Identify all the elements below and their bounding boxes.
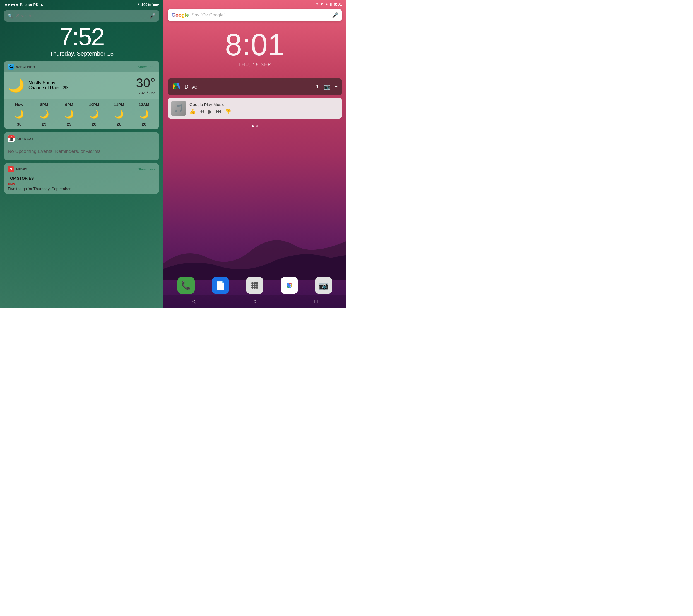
wifi-icon: ▲ [40,2,44,7]
news-widget-header: N NEWS Show Less [4,163,159,174]
weather-widget-header: 🌤 WEATHER Show Less [4,61,159,72]
camera-icon: 📷 [319,281,329,290]
android-mic-icon[interactable]: 🎤 [332,12,338,18]
news-widget-title: NEWS [16,167,27,171]
news-app-icon: N [8,166,14,172]
android-panel: ⊖ ▼ ▲ ▮ 8:01 Google Say "Ok Google" 🎤 8:… [163,0,346,308]
dot1 [5,4,7,5]
android-status-bar: ⊖ ▼ ▲ ▮ 8:01 [163,0,346,7]
android-status-time: 8:01 [334,2,342,6]
hourly-icon-10pm: 🌙 [82,110,106,119]
svg-point-14 [254,286,256,289]
google-logo: Google [172,12,189,18]
drive-upload-button[interactable]: ⬆ [315,84,319,90]
hourly-label-11pm: 11PM [107,102,131,107]
page-dot-2 [256,125,258,127]
svg-point-11 [254,284,256,286]
music-prev-button[interactable]: ⏮ [199,108,204,114]
music-next-button[interactable]: ⏭ [216,108,221,114]
weather-description: Mostly Sunny Chance of Rain: 0% [28,80,68,91]
dock-docs[interactable]: 📄 [212,277,229,294]
svg-point-10 [251,284,254,286]
hourly-icon-12am: 🌙 [132,110,156,119]
drive-add-button[interactable]: + [335,84,338,90]
hourly-icon-8pm: 🌙 [32,110,56,119]
news-header-left: N NEWS [8,166,27,172]
android-google-bar[interactable]: Google Say "Ok Google" 🎤 [168,9,342,21]
weather-hourly: Now 8PM 9PM 10PM 11PM 12AM 🌙 🌙 🌙 🌙 🌙 🌙 [4,99,159,129]
news-show-less[interactable]: Show Less [138,167,155,171]
page-dots [163,125,346,127]
svg-point-8 [254,282,256,284]
ios-clock-date: Thursday, September 15 [0,50,163,57]
music-controls: 👍 ⏮ ▶ ⏭ 👎 [190,108,339,115]
apps-icon [250,281,259,290]
weather-show-less[interactable]: Show Less [138,65,155,69]
music-thumbup-button[interactable]: 👍 [190,108,196,115]
dock-chrome[interactable] [281,277,298,294]
ios-panel: Telenor PK ▲ ✦ 100% 🔍 🎤 7:52 Thursday, S… [0,0,163,308]
news-widget: N NEWS Show Less TOP STORIES CNN Five th… [4,163,159,194]
search-input[interactable] [16,13,146,19]
dock-camera[interactable]: 📷 [315,277,332,294]
music-thumbdown-button[interactable]: 👎 [225,108,231,115]
svg-point-7 [251,282,254,284]
drive-notification-title: Drive [184,84,311,90]
weather-widget: 🌤 WEATHER Show Less 🌙 Mostly Sunny Chanc… [4,61,159,129]
music-app-name: Google Play Music [190,102,339,107]
svg-point-9 [256,282,258,284]
svg-point-12 [256,284,258,286]
back-button[interactable]: ◁ [192,298,196,304]
page-dot-1 [252,125,254,127]
android-wifi-icon: ▼ [320,2,323,6]
ios-status-left: Telenor PK ▲ [5,2,44,7]
hourly-temp-8pm: 29 [32,122,56,126]
chrome-icon [284,280,294,291]
docs-icon: 📄 [216,281,225,290]
news-body: TOP STORIES CNN Five things for Thursday… [4,174,159,194]
dot5 [16,4,18,5]
android-clock-date: THU, 15 SEP [163,62,346,67]
bluetooth-icon: ✦ [137,2,140,6]
weather-rain: Chance of Rain: 0% [28,85,68,91]
weather-temp-main: 30° [136,75,155,91]
android-hills [163,224,346,280]
hourly-temp-12am: 28 [132,122,156,126]
microphone-icon[interactable]: 🎤 [149,13,155,19]
hourly-label-9pm: 9PM [57,102,81,107]
drive-icon [172,82,180,91]
dock-apps[interactable] [246,277,263,294]
android-clock-time: 8:01 [163,29,346,60]
ios-clock-area: 7:52 Thursday, September 15 [0,24,163,57]
ios-widgets: 🌤 WEATHER Show Less 🌙 Mostly Sunny Chanc… [0,61,163,194]
upnext-header: ● 15 UP NEXT [8,135,155,142]
music-play-button[interactable]: ▶ [209,108,212,115]
dock-phone[interactable]: 📞 [177,277,195,294]
signal-icon: ▲ [325,2,329,6]
ios-search-bar[interactable]: 🔍 🎤 [4,10,159,22]
hourly-label-now: Now [7,102,31,107]
calendar-icon: ● 15 [8,135,15,142]
moon-icon: 🌙 [8,78,24,93]
news-top-stories: TOP STORIES [8,176,155,180]
ios-clock-time: 7:52 [0,24,163,49]
home-button[interactable]: ○ [254,299,257,304]
hourly-icon-now: 🌙 [7,110,31,119]
hourly-temp-10pm: 28 [82,122,106,126]
music-info: Google Play Music 👍 ⏮ ▶ ⏭ 👎 [190,102,339,115]
music-notification: 🎵 Google Play Music 👍 ⏮ ▶ ⏭ 👎 [168,98,342,119]
hourly-temp-11pm: 28 [107,122,131,126]
news-headline: Five things for Thursday, September [8,187,155,191]
ios-status-bar: Telenor PK ▲ ✦ 100% [0,0,163,8]
weather-widget-title: WEATHER [16,65,35,69]
dot4 [13,4,15,5]
recents-button[interactable]: □ [315,299,318,304]
drive-camera-button[interactable]: 📷 [324,84,330,90]
hourly-label-8pm: 8PM [32,102,56,107]
weather-left: 🌙 Mostly Sunny Chance of Rain: 0% [8,78,68,93]
svg-point-15 [256,286,258,289]
hourly-temp-9pm: 29 [57,122,81,126]
android-status-icons: ⊖ ▼ ▲ ▮ 8:01 [316,2,342,6]
signal-dots [5,4,18,5]
news-source: CNN [8,182,155,186]
